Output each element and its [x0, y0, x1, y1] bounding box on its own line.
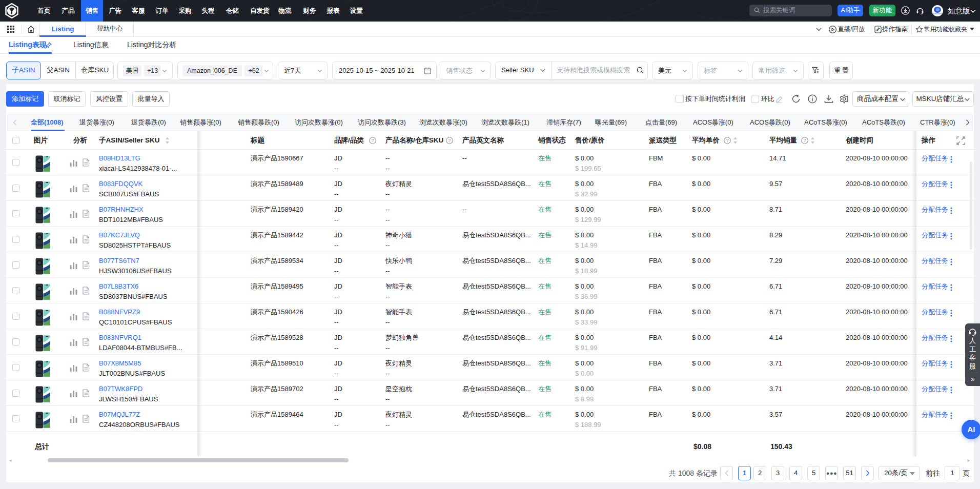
svg-text:?: ? [372, 138, 374, 143]
svg-text:?: ? [448, 138, 451, 143]
svg-text:?: ? [804, 138, 806, 143]
svg-text:?: ? [726, 138, 729, 143]
